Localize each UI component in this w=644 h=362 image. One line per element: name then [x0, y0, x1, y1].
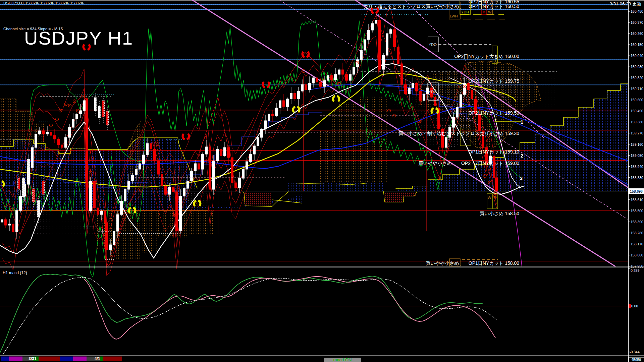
svg-text:158.830: 158.830 — [631, 176, 643, 180]
svg-text:160.150: 160.150 — [631, 43, 643, 47]
svg-text:2: 2 — [521, 153, 523, 159]
svg-text:LWH: LWH — [450, 14, 458, 18]
svg-text:M: M — [482, 10, 485, 14]
svg-text:159.710: 159.710 — [631, 87, 643, 91]
svg-text:159.820: 159.820 — [631, 76, 643, 80]
svg-text:YDC: YDC — [429, 90, 436, 94]
svg-text:買いやや小さめ、 OP2・7日NYカット 159.00: 買いやや小さめ、 OP2・7日NYカット 159.00 — [418, 161, 519, 166]
svg-text:158.610: 158.610 — [631, 198, 643, 202]
svg-text:159.380: 159.380 — [631, 120, 643, 124]
svg-text:W: W — [488, 196, 491, 200]
svg-text:YDH: YDH — [461, 10, 469, 14]
svg-text:-0.344: -0.344 — [630, 350, 640, 354]
svg-text:160.480: 160.480 — [631, 9, 643, 13]
svg-text:買い小さめ・割り込むとストップロス売り小さめ 159.30: 買い小さめ・割り込むとストップロス売り小さめ 159.30 — [398, 131, 519, 136]
svg-text:買い小さめ 158.50: 買い小さめ 158.50 — [480, 211, 519, 216]
svg-text:158.390: 158.390 — [631, 220, 643, 224]
svg-text:売り・超えるとストップロス買いやや小さめ、 OP2日NYカッ: 売り・超えるとストップロス買いやや小さめ、 OP2日NYカット 160.50 — [364, 4, 519, 9]
svg-text:OP2日NYカット 159.75: OP2日NYカット 159.75 — [469, 78, 519, 84]
svg-text:H1 macd (12): H1 macd (12) — [3, 270, 27, 275]
svg-text:3/31 06:23 更新: 3/31 06:23 更新 — [609, 1, 641, 6]
svg-text:macd ON: macd ON — [333, 357, 352, 362]
svg-text:158.170: 158.170 — [631, 242, 643, 246]
svg-text:USDJPY H1: USDJPY H1 — [24, 27, 133, 49]
svg-text:3/31: 3/31 — [29, 356, 37, 361]
svg-text:160.040: 160.040 — [631, 54, 643, 58]
svg-text:0.00: 0.00 — [631, 304, 638, 308]
svg-text:160.370: 160.370 — [631, 20, 643, 24]
svg-text:OP1日NYカット 159.10: OP1日NYカット 159.10 — [469, 149, 519, 155]
svg-text:買いやや小さめ、 OP1日NYカット 158.00: 買いやや小さめ、 OP1日NYカット 158.00 — [426, 260, 519, 266]
svg-text:0.259: 0.259 — [631, 268, 639, 273]
svg-text:157.950: 157.950 — [631, 264, 643, 268]
svg-text:159.930: 159.930 — [631, 65, 643, 69]
svg-text:W: W — [488, 10, 492, 14]
svg-text:159.160: 159.160 — [631, 142, 643, 146]
svg-text:OP2日NYカット大きめ 160.00: OP2日NYカット大きめ 160.00 — [454, 54, 519, 59]
svg-text:USDJPY,H1 158.696 158.696 158: USDJPY,H1 158.696 158.696 158.696 158.69… — [3, 1, 84, 5]
svg-text:159.600: 159.600 — [631, 98, 643, 102]
svg-text:D: D — [494, 196, 496, 200]
svg-text:3: 3 — [520, 175, 523, 181]
svg-text:159.050: 159.050 — [631, 154, 643, 158]
svg-text:4/1: 4/1 — [95, 356, 100, 361]
svg-text:OP2日NYカット 159.50: OP2日NYカット 159.50 — [469, 110, 519, 116]
svg-text:YDO: YDO — [429, 43, 437, 47]
svg-text:158.940: 158.940 — [631, 165, 643, 169]
svg-text:158.696: 158.696 — [630, 189, 643, 193]
svg-text:45959: 45959 — [631, 358, 641, 362]
svg-text:158.060: 158.060 — [631, 253, 643, 257]
svg-text:159.490: 159.490 — [631, 109, 643, 113]
svg-text:158.500: 158.500 — [631, 209, 643, 213]
svg-text:158.280: 158.280 — [631, 231, 643, 235]
svg-text:1: 1 — [521, 119, 523, 125]
svg-text:D: D — [493, 59, 496, 63]
svg-text:159.270: 159.270 — [631, 131, 643, 135]
svg-text:160.260: 160.260 — [631, 32, 643, 36]
